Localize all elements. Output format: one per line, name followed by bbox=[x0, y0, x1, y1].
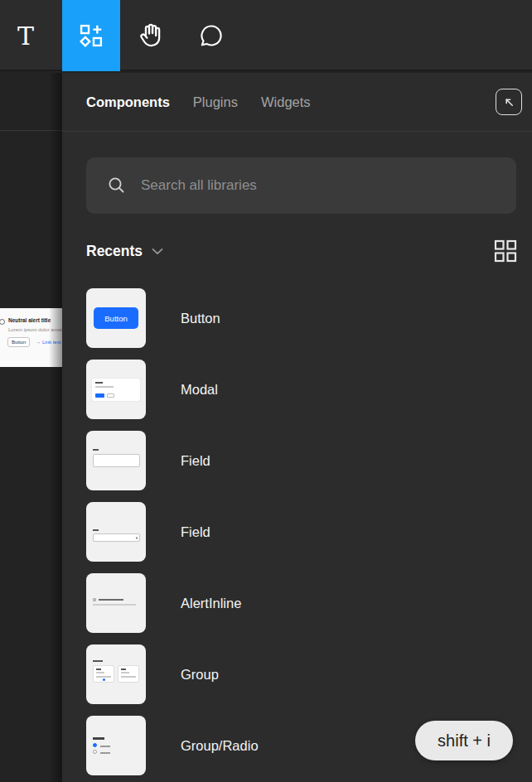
text-field-preview-thumbnail bbox=[86, 431, 146, 490]
component-name: Button bbox=[181, 311, 220, 326]
alert-title: Neutral alert title bbox=[8, 317, 51, 323]
button-preview-thumbnail: Button bbox=[86, 288, 146, 348]
app-window: Neutral alert title Lorem ipsum dolor am… bbox=[0, 0, 532, 782]
search-input[interactable] bbox=[141, 177, 501, 194]
decor-line bbox=[93, 604, 136, 606]
list-item[interactable]: Field bbox=[86, 431, 517, 490]
decor-line bbox=[121, 676, 136, 678]
decor-primary-button bbox=[95, 393, 104, 398]
decor-dot bbox=[103, 678, 105, 681]
comment-tool-button[interactable] bbox=[192, 0, 230, 71]
decor-line bbox=[96, 672, 104, 673]
text-tool-icon: T bbox=[17, 22, 34, 51]
canvas-area[interactable]: Neutral alert title Lorem ipsum dolor am… bbox=[0, 73, 62, 782]
decor-radio-selected bbox=[93, 743, 97, 747]
list-item[interactable]: AlertInline bbox=[86, 573, 517, 633]
decor-label bbox=[93, 529, 99, 531]
recents-title[interactable]: Recents bbox=[86, 243, 143, 260]
list-item[interactable]: Modal bbox=[86, 360, 517, 419]
alert-button[interactable]: Button bbox=[7, 337, 30, 347]
hand-tool-button[interactable] bbox=[133, 0, 171, 71]
list-item[interactable]: Button Button bbox=[86, 288, 517, 348]
select-field-preview-thumbnail bbox=[86, 502, 146, 562]
decor-line bbox=[95, 382, 103, 384]
info-icon bbox=[0, 319, 5, 325]
tab-components[interactable]: Components bbox=[86, 94, 170, 110]
hand-icon bbox=[137, 21, 167, 51]
search-bar[interactable] bbox=[86, 157, 516, 214]
decor-line bbox=[99, 599, 123, 601]
panel-shadow bbox=[49, 73, 62, 782]
decor-card bbox=[93, 665, 114, 683]
resources-panel: Components Plugins Widgets Recen bbox=[62, 73, 532, 782]
modal-preview-thumbnail bbox=[86, 360, 146, 419]
popout-panel-button[interactable] bbox=[496, 89, 522, 115]
component-name: Group/Radio bbox=[181, 738, 259, 754]
decor-caret bbox=[136, 537, 138, 539]
group-preview-thumbnail bbox=[86, 644, 146, 704]
tab-widgets[interactable]: Widgets bbox=[261, 94, 311, 110]
panel-tabs: Components Plugins Widgets bbox=[86, 94, 311, 110]
component-name: Field bbox=[181, 453, 210, 469]
chevron-down-icon[interactable] bbox=[152, 248, 163, 255]
alert-inline-preview-thumbnail bbox=[86, 573, 146, 633]
decor-line bbox=[100, 746, 110, 747]
decor-line bbox=[96, 669, 101, 670]
radio-group-preview-thumbnail bbox=[86, 716, 146, 775]
grid-view-icon[interactable] bbox=[494, 239, 517, 263]
component-name: AlertInline bbox=[181, 596, 241, 611]
decor-label bbox=[93, 660, 103, 662]
comment-bubble-icon bbox=[197, 22, 225, 50]
recents-header: Recents bbox=[62, 237, 532, 265]
assets-icon bbox=[77, 22, 105, 50]
list-item[interactable]: Field bbox=[86, 502, 517, 562]
decor-line bbox=[121, 672, 129, 673]
search-icon bbox=[106, 175, 128, 196]
component-name: Modal bbox=[181, 382, 218, 398]
keyboard-shortcut-badge: shift + i bbox=[415, 721, 513, 760]
mini-button: Button bbox=[94, 307, 138, 329]
decor-radio bbox=[93, 750, 97, 754]
assets-tool-button[interactable] bbox=[62, 0, 120, 71]
text-tool-button[interactable]: T bbox=[7, 0, 45, 71]
component-name: Field bbox=[181, 524, 210, 540]
mini-modal bbox=[92, 379, 140, 401]
panel-tabs-row: Components Plugins Widgets bbox=[62, 73, 532, 132]
decor-input bbox=[93, 533, 140, 542]
decor-input bbox=[93, 454, 140, 467]
decor-secondary-button bbox=[107, 393, 114, 398]
decor-line bbox=[100, 752, 110, 754]
decor-label bbox=[93, 737, 104, 740]
list-item[interactable]: Group bbox=[86, 644, 517, 704]
decor-line bbox=[95, 386, 114, 388]
decor-label bbox=[93, 449, 99, 451]
decor-line bbox=[96, 676, 111, 678]
decor-card bbox=[118, 665, 139, 683]
decor-line bbox=[121, 669, 126, 670]
decor-icon bbox=[93, 598, 96, 601]
arrow-up-left-icon bbox=[502, 95, 515, 109]
component-name: Group bbox=[181, 667, 219, 683]
tab-plugins[interactable]: Plugins bbox=[193, 94, 238, 110]
toolbar: T bbox=[0, 0, 532, 71]
